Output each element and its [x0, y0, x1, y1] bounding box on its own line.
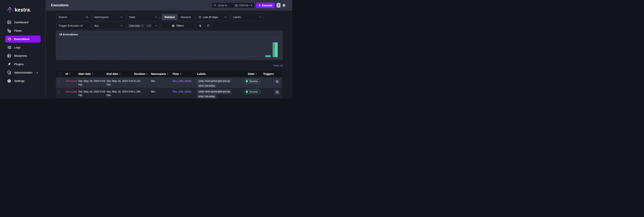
- namespace-filter-select[interactable]: Namespace: [92, 13, 125, 21]
- page-title: Executions: [51, 3, 68, 7]
- refresh-controls: [196, 22, 212, 29]
- sidebar-item-executions[interactable]: Executions: [5, 35, 40, 43]
- trigger-execution-id-filter: [56, 22, 90, 29]
- scope-select[interactable]: ALL: [92, 22, 125, 29]
- table-row[interactable]: 4vhxiXWa Sat, May 18, 2024 5:54 PM Sat, …: [56, 88, 282, 98]
- kestra-logo-icon: [7, 7, 13, 13]
- trigger-logs-button[interactable]: [274, 79, 280, 84]
- trigger-execution-id-input[interactable]: [56, 22, 90, 29]
- column-label: Duration: [134, 72, 145, 75]
- filters-row-1: Namespace State Relative Absolute Last 3…: [56, 13, 264, 21]
- trigger-logs-button[interactable]: [274, 90, 280, 95]
- executions-chart[interactable]: [56, 38, 282, 60]
- status-badge: Success: [244, 90, 260, 94]
- clock-icon: [198, 16, 201, 19]
- chevron-down-icon: [155, 16, 157, 18]
- end-date-value: Sat, May 18, 2024 5:54 PM: [106, 77, 134, 87]
- date-range-value: Last 30 days: [203, 16, 218, 19]
- columns-multiselect[interactable]: Start date ✕ + 7: [126, 22, 160, 29]
- absolute-toggle[interactable]: Absolute: [178, 14, 194, 20]
- auto-refresh-off-button[interactable]: [196, 22, 204, 29]
- flow-link[interactable]: flow_with_labels: [172, 90, 192, 93]
- dashboard-icon: [7, 20, 11, 24]
- column-header-start-date[interactable]: Start date ▲▼: [78, 72, 106, 75]
- row-checkbox[interactable]: [58, 90, 59, 93]
- state-cell: Success: [242, 88, 263, 94]
- save-filters-button[interactable]: Filters: [161, 22, 194, 29]
- sort-icon: ▲▼: [167, 73, 168, 75]
- logs-timeline-text-icon: [7, 45, 11, 49]
- relative-toggle[interactable]: Relative: [162, 14, 178, 20]
- sidebar-item-label: Flows: [14, 29, 22, 32]
- kestra-logo[interactable]: kestra.: [7, 7, 31, 13]
- sidebar-item-flows[interactable]: Flows: [5, 27, 40, 34]
- kestra-app: kestra. Dashboard Flows: [0, 0, 292, 98]
- namespace-filter-label: Namespace: [94, 16, 109, 19]
- gear-icon: [7, 79, 11, 83]
- sidebar-item-label: Executions: [14, 37, 30, 41]
- column-label: Start date: [78, 72, 91, 75]
- blueprints-icon: [7, 54, 11, 58]
- jump-to-search[interactable]: Jump to... Ctrl/Cmd + K: [212, 2, 254, 8]
- help-button[interactable]: ?: [276, 3, 280, 8]
- sidebar: kestra. Dashboard Flows: [0, 0, 46, 98]
- notifications-button[interactable]: [282, 3, 286, 7]
- brand-dot: .: [30, 7, 31, 13]
- sidebar-item-plugins[interactable]: Plugins: [5, 61, 40, 68]
- remove-chip-icon[interactable]: ✕: [141, 24, 143, 27]
- sidebar-item-settings[interactable]: Settings: [5, 77, 40, 84]
- duration-value: 1.28s: [134, 88, 150, 93]
- execution-id-link[interactable]: 47VrvvLd: [66, 80, 77, 82]
- search-filter: [56, 13, 90, 21]
- state-filter-select[interactable]: State: [126, 13, 160, 21]
- chevron-down-icon: [224, 16, 226, 18]
- sidebar-item-administration[interactable]: Administration: [5, 69, 40, 76]
- column-label: Flow: [172, 72, 179, 75]
- column-header-triggers: Triggers: [263, 72, 282, 75]
- sidebar-item-dashboard[interactable]: Dashboard: [5, 19, 40, 26]
- row-checkbox[interactable]: [58, 79, 59, 83]
- chip-label: + 7: [147, 24, 150, 27]
- column-header-end-date[interactable]: End date ▲▼: [106, 72, 134, 75]
- search-input[interactable]: [56, 13, 90, 21]
- keyboard-icon: [235, 4, 238, 6]
- shield-account-icon: [7, 70, 11, 75]
- plugin-icon: [7, 62, 11, 66]
- flow-link[interactable]: flow_with_labels: [172, 79, 192, 82]
- chevron-down-icon: [120, 16, 122, 18]
- column-header-state[interactable]: State ▲▼: [242, 72, 263, 75]
- more-chip: + 7: [146, 24, 152, 28]
- refresh-icon: [207, 24, 210, 27]
- execution-id-link[interactable]: 4vhxiXWa: [66, 90, 77, 93]
- column-header-duration[interactable]: Duration ▲▼: [134, 72, 150, 75]
- sidebar-item-label: Dashboard: [14, 21, 28, 24]
- shortcut-hint: Ctrl/Cmd + K: [235, 4, 252, 7]
- column-header-flow[interactable]: Flow ▲▼: [172, 72, 196, 75]
- date-range-select[interactable]: Last 30 days: [196, 13, 229, 21]
- column-header-id[interactable]: Id ▲▼: [63, 72, 78, 75]
- shortcut-text: Ctrl/Cmd + K: [239, 4, 252, 7]
- check-circle-icon: [246, 80, 248, 82]
- column-label: State: [248, 72, 254, 75]
- search-icon: [214, 4, 216, 6]
- triggers-cell: [263, 77, 282, 84]
- bell-icon: [282, 3, 286, 7]
- execute-button[interactable]: Execute: [256, 2, 275, 8]
- chevron-down-icon: [155, 25, 158, 26]
- column-label: Labels: [197, 72, 206, 75]
- refresh-button[interactable]: [204, 22, 212, 29]
- sidebar-item-blueprints[interactable]: Blueprints: [5, 52, 40, 59]
- executions-table: Id ▲▼ Start date ▲▼ End date ▲▼ Duration…: [56, 70, 282, 98]
- sidebar-item-logs[interactable]: Logs: [5, 44, 40, 51]
- column-header-namespace[interactable]: Namespace ▲▼: [150, 72, 172, 75]
- sort-icon: ▲▼: [119, 73, 120, 75]
- flows-tree-icon: [7, 29, 11, 33]
- labels-filter-select[interactable]: Labels: [230, 13, 264, 21]
- table-row[interactable]: 47VrvvLd Sat, May 18, 2024 5:54 PM Sat, …: [56, 77, 282, 88]
- absolute-label: Absolute: [180, 16, 191, 19]
- label-pill: song: never-gonna-give-you-up: [197, 79, 231, 83]
- select-all-cell: [56, 72, 63, 75]
- select-all-checkbox[interactable]: [58, 72, 62, 75]
- namespace-value: dev: [150, 88, 172, 93]
- executions-chart-card: 18 Executions: [56, 31, 283, 60]
